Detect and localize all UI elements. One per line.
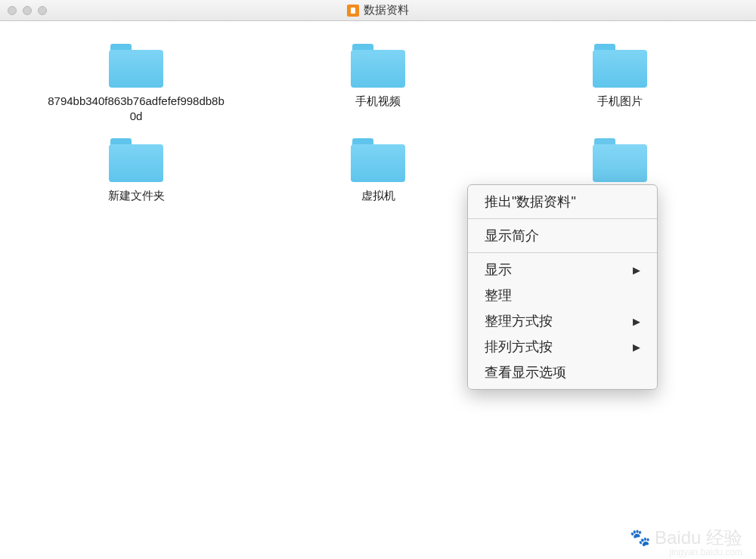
menu-item-label: 显示简介 xyxy=(485,227,539,245)
folder-icon xyxy=(109,44,163,88)
folder-item[interactable]: 手机图片 xyxy=(507,44,733,123)
folder-label: 新建文件夹 xyxy=(108,188,165,203)
folder-icon xyxy=(593,138,647,182)
menu-item-eject[interactable]: 推出"数据资料" xyxy=(468,189,657,215)
folder-label: 虚拟机 xyxy=(361,188,395,203)
folder-item[interactable]: 手机视频 xyxy=(265,44,491,123)
menu-item-view-options[interactable]: 查看显示选项 xyxy=(468,360,657,385)
menu-item-view[interactable]: 显示 ▶ xyxy=(468,257,657,283)
menu-item-cleanup[interactable]: 整理 xyxy=(468,283,657,308)
zoom-window-button[interactable] xyxy=(38,6,47,15)
titlebar: 数据资料 xyxy=(0,0,756,21)
folder-label: 8794bb340f863b76adfefef998db8b0d xyxy=(45,94,227,123)
folder-item[interactable]: 8794bb340f863b76adfefef998db8b0d xyxy=(23,44,249,123)
folder-label: 手机图片 xyxy=(597,94,643,109)
minimize-window-button[interactable] xyxy=(23,6,32,15)
paw-icon: 🐾 xyxy=(630,528,650,548)
folder-icon xyxy=(351,138,405,182)
menu-item-cleanup-by[interactable]: 整理方式按 ▶ xyxy=(468,308,657,334)
window-controls xyxy=(8,6,47,15)
window-title: 数据资料 xyxy=(364,3,409,17)
menu-item-label: 排列方式按 xyxy=(485,338,553,356)
menu-item-label: 推出"数据资料" xyxy=(485,193,576,211)
watermark-url: jingyan.baidu.com xyxy=(669,547,742,557)
submenu-arrow-icon: ▶ xyxy=(633,341,640,353)
menu-item-get-info[interactable]: 显示简介 xyxy=(468,223,657,249)
usb-drive-icon xyxy=(347,5,359,17)
context-menu: 推出"数据资料" 显示简介 显示 ▶ 整理 整理方式按 ▶ 排列方式按 ▶ 查看… xyxy=(467,184,658,390)
close-window-button[interactable] xyxy=(8,6,17,15)
menu-separator xyxy=(468,252,657,253)
menu-item-label: 整理 xyxy=(485,286,512,304)
folder-icon xyxy=(593,44,647,88)
menu-item-label: 查看显示选项 xyxy=(485,363,566,381)
menu-item-label: 整理方式按 xyxy=(485,312,553,330)
folder-item[interactable]: 虚拟机 xyxy=(265,138,491,203)
folder-icon xyxy=(109,138,163,182)
menu-item-label: 显示 xyxy=(485,261,512,279)
submenu-arrow-icon: ▶ xyxy=(633,316,640,327)
folder-icon xyxy=(351,44,405,88)
folder-item[interactable]: 新建文件夹 xyxy=(23,138,249,203)
window-title-container: 数据资料 xyxy=(347,3,409,17)
folder-label: 手机视频 xyxy=(355,94,401,109)
menu-item-arrange-by[interactable]: 排列方式按 ▶ xyxy=(468,334,657,360)
menu-separator xyxy=(468,218,657,219)
submenu-arrow-icon: ▶ xyxy=(633,264,640,276)
